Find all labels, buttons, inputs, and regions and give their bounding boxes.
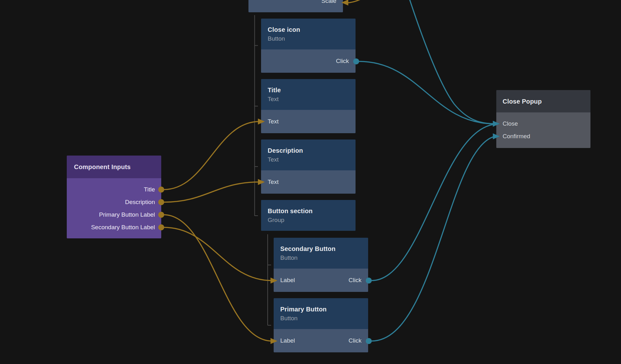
edge-secondary-label-to-secondary-button[interactable] bbox=[164, 227, 272, 281]
node-title: Button section bbox=[268, 206, 349, 216]
node-title: Close icon bbox=[268, 25, 349, 34]
input-row-confirmed[interactable]: Confirmed bbox=[496, 130, 590, 143]
node-secondary-button-header[interactable]: Secondary Button Button bbox=[274, 238, 368, 269]
label-click-row[interactable]: Label Click bbox=[274, 269, 368, 292]
node-title: Description bbox=[268, 146, 349, 155]
node-description-text[interactable]: Description Text Text bbox=[261, 139, 356, 194]
node-secondary-button[interactable]: Secondary Button Button Label Click bbox=[274, 238, 368, 292]
node-primary-button-header[interactable]: Primary Button Button bbox=[274, 298, 368, 329]
tree-line-root bbox=[254, 15, 258, 216]
label-input-label: Label bbox=[280, 277, 295, 284]
output-row-title[interactable]: Title bbox=[67, 183, 161, 196]
edge-description-to-description-text[interactable] bbox=[164, 182, 259, 202]
text-input-label: Text bbox=[268, 118, 279, 125]
output-label: Title bbox=[144, 186, 155, 193]
output-label: Secondary Button Label bbox=[91, 224, 155, 231]
label-input-label: Label bbox=[280, 337, 295, 344]
node-button-section[interactable]: Button section Group bbox=[261, 200, 356, 231]
node-title: Title bbox=[268, 85, 349, 95]
component-inputs-header[interactable]: Component Inputs bbox=[67, 156, 161, 178]
node-description-header[interactable]: Description Text bbox=[261, 139, 356, 170]
node-title-text-header[interactable]: Title Text bbox=[261, 79, 356, 110]
node-subtitle: Button bbox=[280, 253, 362, 262]
node-button-section-header[interactable]: Button section Group bbox=[261, 200, 356, 231]
node-title-text[interactable]: Title Text Text bbox=[261, 79, 356, 133]
edge-offscreen-top-to-close[interactable] bbox=[405, 0, 494, 124]
node-close-icon-header[interactable]: Close icon Button bbox=[261, 19, 356, 49]
node-close-popup[interactable]: Close Popup Close Confirmed bbox=[496, 90, 590, 148]
node-title: Close Popup bbox=[503, 97, 542, 106]
label-click-row[interactable]: Label Click bbox=[274, 329, 368, 352]
text-input-row[interactable]: Text bbox=[261, 170, 356, 194]
node-subtitle: Group bbox=[268, 216, 349, 225]
edge-primary-label-to-primary-button[interactable] bbox=[164, 215, 272, 341]
output-row-description[interactable]: Description bbox=[67, 196, 161, 208]
node-title: Primary Button bbox=[280, 304, 362, 314]
click-output-label: Click bbox=[349, 337, 362, 344]
node-subtitle: Button bbox=[280, 314, 362, 323]
scale-input-row[interactable]: Scale bbox=[248, 0, 343, 12]
edge-close-icon-click-to-close[interactable] bbox=[359, 61, 494, 124]
scale-port-label: Scale bbox=[321, 0, 336, 4]
output-row-primary-button-label[interactable]: Primary Button Label bbox=[67, 208, 161, 221]
node-title: Secondary Button bbox=[280, 244, 362, 253]
click-output-label: Click bbox=[336, 58, 349, 65]
edge-primary-click-to-confirmed[interactable] bbox=[372, 137, 494, 341]
close-popup-body: Close Confirmed bbox=[496, 112, 590, 148]
output-row-secondary-button-label[interactable]: Secondary Button Label bbox=[67, 221, 161, 234]
node-component-inputs[interactable]: Component Inputs Title Description Prima… bbox=[67, 156, 161, 238]
node-close-icon[interactable]: Close icon Button Click bbox=[261, 19, 356, 73]
node-subtitle: Button bbox=[268, 34, 349, 43]
close-popup-header[interactable]: Close Popup bbox=[496, 90, 590, 112]
input-row-close[interactable]: Close bbox=[496, 117, 590, 130]
component-inputs-body: Title Description Primary Button Label S… bbox=[67, 178, 161, 238]
edge-title-to-title-text[interactable] bbox=[164, 122, 259, 190]
node-scale-partial[interactable]: Scale bbox=[248, 0, 343, 12]
node-subtitle: Text bbox=[268, 95, 349, 104]
close-input-label: Close bbox=[503, 120, 518, 127]
edge-secondary-click-to-close[interactable] bbox=[372, 124, 494, 281]
output-label: Primary Button Label bbox=[99, 211, 155, 218]
click-output-label: Click bbox=[349, 277, 362, 284]
node-graph-canvas[interactable]: Scale Close icon Button Click Title Text… bbox=[0, 0, 621, 364]
confirmed-input-label: Confirmed bbox=[503, 133, 530, 140]
edge-offscreen-to-scale[interactable] bbox=[347, 0, 377, 3]
node-subtitle: Text bbox=[268, 155, 349, 164]
click-output-row[interactable]: Click bbox=[261, 49, 356, 73]
text-input-label: Text bbox=[268, 179, 279, 185]
text-input-row[interactable]: Text bbox=[261, 110, 356, 133]
node-primary-button[interactable]: Primary Button Button Label Click bbox=[274, 298, 368, 352]
output-label: Description bbox=[125, 199, 155, 206]
tree-line-button-section bbox=[268, 234, 271, 325]
node-title: Component Inputs bbox=[74, 162, 131, 172]
